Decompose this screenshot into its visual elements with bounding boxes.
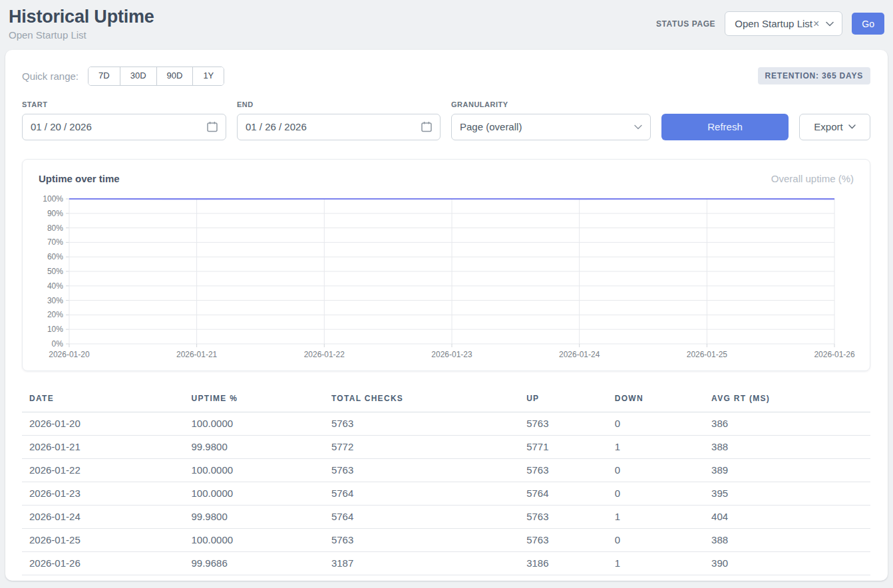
table-cell: 100.0000 [184, 528, 324, 551]
page-title: Historical Uptime [9, 7, 154, 27]
svg-text:10%: 10% [47, 325, 63, 334]
column-header-1: UPTIME % [184, 387, 324, 412]
status-page-select-value: Open Startup List [735, 18, 812, 29]
historical-uptime-page: Historical Uptime Open Startup List STAT… [0, 0, 893, 581]
refresh-button[interactable]: Refresh [661, 114, 789, 140]
chevron-down-icon [634, 124, 642, 130]
svg-text:2026-01-24: 2026-01-24 [559, 350, 600, 359]
svg-text:90%: 90% [47, 209, 63, 218]
table-cell: 0 [608, 482, 704, 505]
table-cell: 0 [608, 458, 704, 482]
end-date-input[interactable]: 01 / 26 / 2026 [237, 114, 441, 140]
quick-range-7d-button[interactable]: 7D [89, 67, 120, 85]
table-cell: 5763 [324, 458, 519, 482]
table-cell: 388 [704, 435, 870, 458]
quick-range-30d-button[interactable]: 30D [120, 67, 157, 85]
table-cell: 5763 [519, 528, 608, 551]
svg-text:40%: 40% [47, 281, 63, 291]
uptime-line-chart: 0%10%20%30%40%50%60%70%80%90%100%2026-01… [39, 192, 854, 363]
table-cell: 2026-01-20 [22, 412, 184, 435]
calendar-icon[interactable] [421, 121, 432, 132]
table-cell: 3187 [324, 551, 519, 575]
table-row: 2026-01-2499.9800576457631404 [22, 505, 870, 528]
granularity-select[interactable]: Page (overall) [451, 114, 651, 140]
table-cell: 5763 [519, 458, 608, 482]
table-cell: 2026-01-21 [22, 435, 184, 458]
svg-text:2026-01-25: 2026-01-25 [687, 350, 728, 359]
chevron-down-icon [848, 124, 856, 129]
svg-text:70%: 70% [47, 237, 63, 247]
end-date-label: END [237, 100, 441, 108]
table-row: 2026-01-2699.9686318731861390 [22, 551, 870, 575]
table-cell: 5771 [519, 435, 608, 458]
go-button[interactable]: Go [852, 13, 884, 35]
table-header-row: DATEUPTIME %TOTAL CHECKSUPDOWNAVG RT (MS… [22, 387, 870, 412]
table-cell: 0 [608, 412, 704, 435]
export-button[interactable]: Export [799, 114, 870, 140]
topbar: Historical Uptime Open Startup List STAT… [0, 0, 893, 50]
start-date-input[interactable]: 01 / 20 / 2026 [22, 114, 226, 140]
table-cell: 5764 [324, 505, 519, 528]
quick-range-label: Quick range: [22, 71, 79, 82]
status-page-select[interactable]: Open Startup List × [725, 11, 842, 36]
table-cell: 0 [608, 528, 704, 551]
table-cell: 100.0000 [184, 482, 324, 505]
start-date-label: START [22, 100, 226, 108]
table-cell: 5763 [324, 412, 519, 435]
svg-text:100%: 100% [43, 194, 63, 204]
table-cell: 404 [704, 505, 870, 528]
table-row: 2026-01-23100.0000576457640395 [22, 482, 870, 505]
quick-range-row: Quick range: 7D30D90D1Y RETENTION: 365 D… [22, 67, 870, 86]
page-subtitle: Open Startup List [9, 29, 154, 41]
chart-legend: Overall uptime (%) [771, 173, 854, 184]
table-cell: 99.9800 [184, 435, 324, 458]
table-cell: 1 [608, 505, 704, 528]
status-page-label: STATUS PAGE [656, 19, 715, 29]
column-header-0: DATE [22, 387, 184, 412]
start-date-value: 01 / 20 / 2026 [31, 121, 92, 132]
svg-text:30%: 30% [47, 295, 63, 305]
table-cell: 5764 [324, 482, 519, 505]
table-body: 2026-01-20100.00005763576303862026-01-21… [22, 412, 870, 575]
granularity-label: GRANULARITY [451, 100, 651, 108]
chart-header: Uptime over time Overall uptime (%) [39, 173, 854, 184]
granularity-value: Page (overall) [460, 121, 522, 132]
table-row: 2026-01-22100.0000576357630389 [22, 458, 870, 482]
export-button-label: Export [814, 121, 842, 132]
topbar-right: STATUS PAGE Open Startup List × Go [656, 11, 884, 36]
table-cell: 5763 [324, 528, 519, 551]
table-cell: 2026-01-25 [22, 528, 184, 551]
table-cell: 2026-01-24 [22, 505, 184, 528]
table-cell: 386 [704, 412, 870, 435]
table-cell: 2026-01-22 [22, 458, 184, 482]
svg-text:2026-01-21: 2026-01-21 [176, 350, 218, 359]
calendar-icon[interactable] [207, 121, 218, 132]
start-date-field: START 01 / 20 / 2026 [22, 100, 226, 140]
quick-range-90d-button[interactable]: 90D [157, 67, 194, 85]
end-date-value: 01 / 26 / 2026 [246, 121, 307, 132]
main-panel: Quick range: 7D30D90D1Y RETENTION: 365 D… [5, 50, 888, 581]
table-cell: 99.9686 [184, 551, 324, 575]
chevron-down-icon [826, 21, 834, 27]
table-cell: 5764 [519, 482, 608, 505]
table-cell: 390 [704, 551, 870, 575]
table-cell: 3186 [519, 551, 608, 575]
table-cell: 1 [608, 551, 704, 575]
uptime-chart-card: Uptime over time Overall uptime (%) 0%10… [22, 159, 870, 371]
title-block: Historical Uptime Open Startup List [9, 7, 154, 41]
table-cell: 100.0000 [184, 458, 324, 482]
quick-range-1y-button[interactable]: 1Y [193, 67, 224, 85]
table-cell: 388 [704, 528, 870, 551]
table-row: 2026-01-2199.9800577257711388 [22, 435, 870, 458]
svg-text:0%: 0% [52, 339, 64, 349]
column-header-5: AVG RT (MS) [704, 387, 870, 412]
svg-text:2026-01-22: 2026-01-22 [304, 350, 345, 359]
table-cell: 1 [608, 435, 704, 458]
table-cell: 100.0000 [184, 412, 324, 435]
table-cell: 389 [704, 458, 870, 482]
table-cell: 99.9800 [184, 505, 324, 528]
clear-selection-icon[interactable]: × [813, 19, 819, 29]
column-header-3: UP [519, 387, 608, 412]
column-header-4: DOWN [608, 387, 704, 412]
table-cell: 2026-01-26 [22, 551, 184, 575]
